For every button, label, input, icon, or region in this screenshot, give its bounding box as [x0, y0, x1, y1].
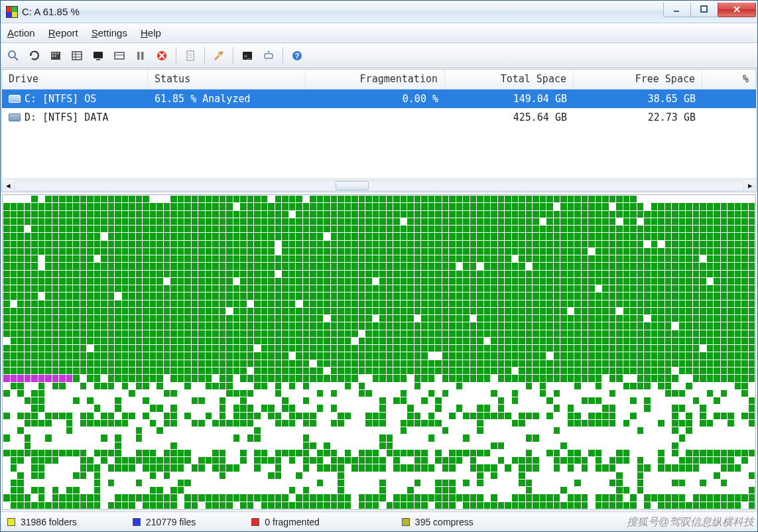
- svg-rect-10: [72, 52, 82, 60]
- maximize-button[interactable]: [690, 3, 718, 17]
- pause-icon[interactable]: [132, 47, 149, 64]
- table-row[interactable]: C: [NTFS] OS 61.85 % Analyzed 0.00 % 149…: [2, 90, 756, 108]
- table-row[interactable]: D: [NTFS] DATA 425.64 GB 22.73 GB: [2, 108, 756, 127]
- menu-help[interactable]: Help: [141, 27, 161, 38]
- svg-rect-8: [52, 55, 54, 57]
- svg-rect-16: [115, 52, 124, 59]
- scroll-right-icon[interactable]: ▸: [744, 180, 756, 192]
- col-free-space[interactable]: Free Space: [574, 70, 702, 89]
- col-fragmentation[interactable]: Fragmentation: [306, 70, 445, 89]
- svg-text:>_: >_: [244, 53, 251, 59]
- svg-line-3: [15, 57, 18, 60]
- cell-total: 149.04 GB: [445, 91, 574, 107]
- help-icon[interactable]: ?: [288, 47, 306, 64]
- terminal-icon[interactable]: >_: [239, 47, 256, 64]
- window-title: C: A 61.85 %: [22, 6, 664, 17]
- drive-label: D: [NTFS] DATA: [25, 111, 108, 123]
- folders-swatch: [7, 518, 15, 526]
- table-header: Drive Status Fragmentation Total Space F…: [2, 70, 756, 90]
- svg-rect-14: [94, 52, 103, 58]
- menubar: Action Report Settings Help: [1, 23, 757, 43]
- titlebar[interactable]: C: A 61.85 %: [1, 1, 757, 23]
- files-swatch: [133, 518, 141, 526]
- monitor-icon[interactable]: [90, 47, 107, 64]
- stop-icon[interactable]: [153, 47, 170, 64]
- wrench-icon[interactable]: [210, 47, 227, 64]
- svg-rect-15: [96, 59, 100, 60]
- cell-pct: [702, 115, 756, 119]
- svg-point-2: [9, 51, 15, 58]
- files-label: 210779 files: [146, 517, 196, 527]
- cluster-map[interactable]: [2, 194, 756, 510]
- app-icon: [6, 6, 18, 18]
- refresh-icon[interactable]: [26, 47, 43, 64]
- svg-rect-5: [52, 52, 54, 54]
- close-button[interactable]: [718, 3, 756, 17]
- svg-rect-0: [674, 11, 679, 12]
- drive-icon: [9, 113, 21, 121]
- compressed-label: 395 compress: [415, 517, 474, 527]
- svg-rect-6: [54, 52, 56, 54]
- eject-icon[interactable]: [260, 47, 277, 64]
- toolbar: >_ ?: [1, 43, 757, 68]
- statusbar: 31986 folders 210779 files 0 fragmented …: [1, 511, 757, 531]
- cell-status: [148, 115, 306, 119]
- svg-rect-7: [57, 52, 59, 54]
- menu-report[interactable]: Report: [48, 27, 78, 38]
- svg-rect-9: [54, 55, 56, 57]
- map-icon[interactable]: [47, 47, 64, 64]
- fragmented-label: 0 fragmented: [265, 517, 320, 527]
- drive-icon: [9, 95, 21, 103]
- cell-frag: [306, 115, 445, 119]
- cell-free: 22.73 GB: [574, 109, 702, 125]
- svg-text:?: ?: [295, 52, 300, 60]
- cell-status: 61.85 % Analyzed: [148, 91, 306, 107]
- app-window: C: A 61.85 % Action Report Settings Help: [0, 0, 758, 532]
- scroll-track[interactable]: [14, 180, 744, 191]
- cell-frag: 0.00 %: [306, 91, 445, 107]
- drive-label: C: [NTFS] OS: [25, 93, 96, 105]
- legend-fragmented: 0 fragmented: [251, 517, 320, 527]
- svg-rect-27: [265, 54, 273, 58]
- drive-table: Drive Status Fragmentation Total Space F…: [1, 69, 757, 192]
- menu-action[interactable]: Action: [7, 27, 35, 38]
- horizontal-scrollbar[interactable]: ◂ ▸: [2, 178, 756, 192]
- svg-rect-1: [701, 6, 707, 12]
- table-blank: [2, 127, 756, 178]
- menu-settings[interactable]: Settings: [92, 27, 127, 38]
- col-status[interactable]: Status: [148, 70, 306, 89]
- scroll-left-icon[interactable]: ◂: [2, 180, 14, 192]
- scroll-thumb[interactable]: [336, 181, 369, 190]
- cell-free: 38.65 GB: [574, 91, 702, 107]
- legend-compressed: 395 compress: [402, 517, 474, 527]
- legend-files: 210779 files: [133, 517, 196, 527]
- legend-folders: 31986 folders: [7, 517, 77, 527]
- compressed-swatch: [402, 518, 410, 526]
- page-icon[interactable]: [182, 47, 199, 64]
- col-total-space[interactable]: Total Space: [445, 70, 574, 89]
- cell-total: 425.64 GB: [445, 109, 574, 125]
- cell-pct: [702, 97, 756, 101]
- search-icon[interactable]: [5, 47, 22, 64]
- minimize-button[interactable]: [663, 3, 691, 17]
- panel-icon[interactable]: [111, 47, 128, 64]
- fragmented-swatch: [251, 518, 259, 526]
- svg-rect-18: [137, 52, 140, 60]
- list-icon[interactable]: [68, 47, 86, 64]
- col-drive[interactable]: Drive: [2, 70, 148, 89]
- folders-label: 31986 folders: [21, 517, 77, 527]
- col-percent[interactable]: %: [702, 70, 756, 89]
- svg-rect-19: [141, 52, 144, 60]
